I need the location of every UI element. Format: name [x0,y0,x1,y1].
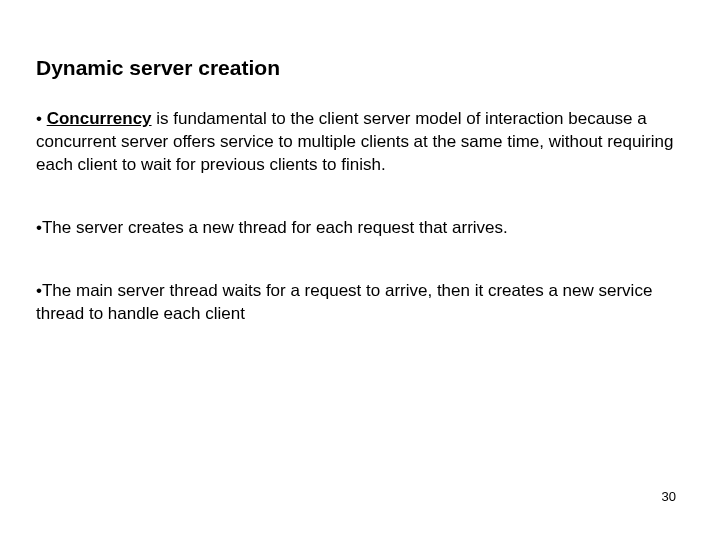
bullet-lead: Concurrency [47,109,152,128]
bullet-item: •The server creates a new thread for eac… [36,217,680,240]
bullet-item: •The main server thread waits for a requ… [36,280,680,326]
page-number: 30 [662,489,676,504]
bullet-item: • Concurrency is fundamental to the clie… [36,108,680,177]
bullet-text: The main server thread waits for a reque… [36,281,652,323]
slide-title: Dynamic server creation [36,56,680,80]
slide: Dynamic server creation • Concurrency is… [0,0,720,540]
bullet-marker: • [36,109,47,128]
bullet-text: The server creates a new thread for each… [42,218,508,237]
